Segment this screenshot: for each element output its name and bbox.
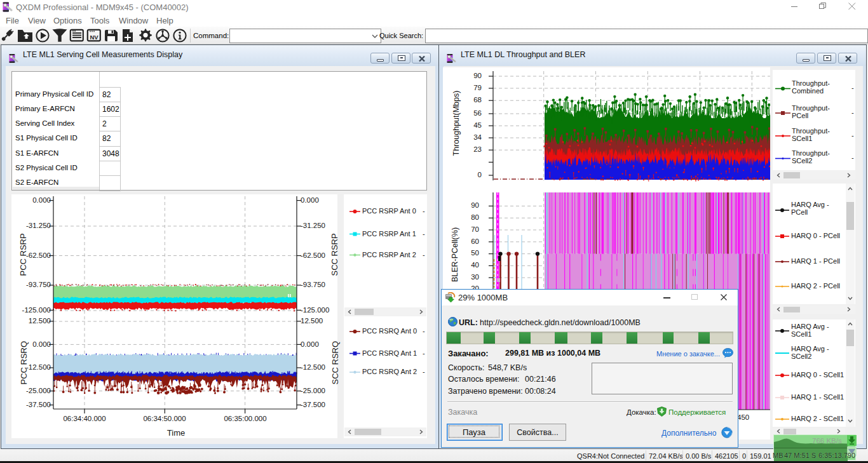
svg-text:NV: NV: [90, 34, 98, 41]
